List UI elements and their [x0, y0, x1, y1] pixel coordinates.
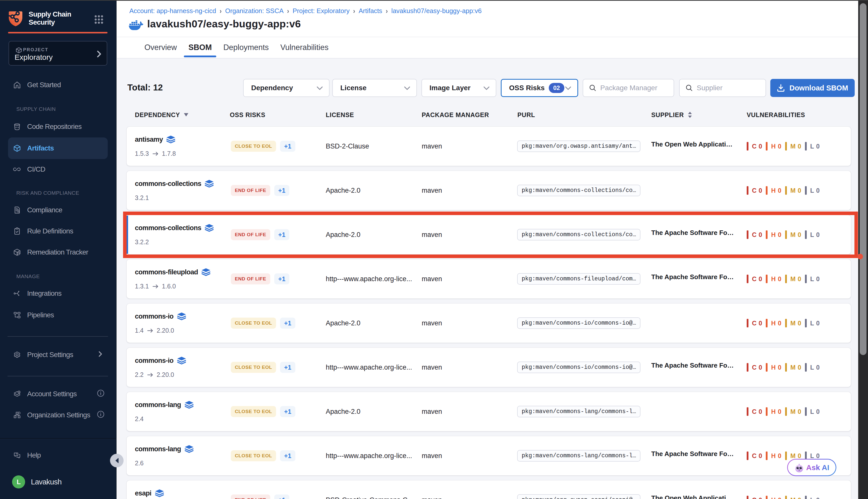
svg-text:?: ?	[15, 452, 17, 455]
